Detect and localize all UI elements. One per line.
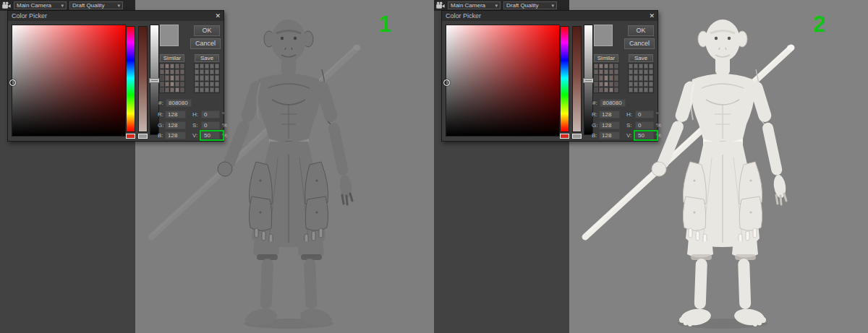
- hue-indicator[interactable]: [126, 134, 135, 139]
- color-swatch[interactable]: [215, 64, 219, 69]
- color-swatch[interactable]: [639, 69, 643, 74]
- v-field[interactable]: 50: [201, 131, 220, 139]
- color-swatch[interactable]: [634, 69, 638, 74]
- similar-button[interactable]: Similar: [160, 54, 184, 62]
- color-swatch[interactable]: [215, 82, 219, 87]
- color-swatch[interactable]: [165, 75, 169, 80]
- sv-cursor[interactable]: [9, 79, 16, 86]
- color-swatch[interactable]: [614, 69, 618, 74]
- color-swatch[interactable]: [170, 64, 174, 69]
- color-swatch[interactable]: [175, 64, 179, 69]
- color-swatch[interactable]: [175, 69, 179, 74]
- color-swatch[interactable]: [629, 75, 633, 80]
- close-icon[interactable]: ✕: [649, 11, 655, 21]
- color-swatch[interactable]: [609, 87, 613, 92]
- color-swatch[interactable]: [604, 64, 608, 69]
- color-swatch[interactable]: [594, 87, 598, 92]
- color-swatch[interactable]: [599, 87, 603, 92]
- color-swatch[interactable]: [215, 69, 219, 74]
- color-swatch[interactable]: [170, 82, 174, 87]
- hex-field[interactable]: 808080: [600, 99, 626, 107]
- color-swatch[interactable]: [205, 82, 209, 87]
- saturation-value-picker[interactable]: [12, 25, 126, 137]
- color-swatch[interactable]: [170, 75, 174, 80]
- color-swatch[interactable]: [195, 75, 199, 80]
- color-swatch[interactable]: [629, 82, 633, 87]
- h-field[interactable]: 0: [635, 111, 654, 118]
- color-swatch[interactable]: [614, 64, 618, 69]
- hue-strip[interactable]: [126, 26, 135, 132]
- save-button[interactable]: Save: [629, 54, 653, 62]
- color-swatch[interactable]: [644, 87, 648, 92]
- b-field[interactable]: 128: [599, 131, 620, 139]
- color-swatch[interactable]: [175, 75, 179, 80]
- color-swatch[interactable]: [210, 69, 214, 74]
- color-swatch[interactable]: [195, 69, 199, 74]
- color-swatch[interactable]: [634, 87, 638, 92]
- ok-button[interactable]: OK: [194, 25, 220, 36]
- color-swatch[interactable]: [205, 64, 209, 69]
- color-swatch[interactable]: [165, 87, 169, 92]
- color-swatch[interactable]: [175, 82, 179, 87]
- color-swatch[interactable]: [165, 82, 169, 87]
- quality-select[interactable]: Draft Quality ▾: [69, 1, 123, 9]
- color-swatch[interactable]: [594, 82, 598, 87]
- h-field[interactable]: 0: [201, 111, 220, 118]
- b-field[interactable]: 128: [165, 131, 186, 139]
- color-swatch[interactable]: [160, 87, 164, 92]
- color-swatch[interactable]: [644, 69, 648, 74]
- color-swatch[interactable]: [599, 64, 603, 69]
- r-field[interactable]: 128: [599, 111, 620, 118]
- value-handle[interactable]: [149, 78, 160, 83]
- color-swatch[interactable]: [160, 82, 164, 87]
- color-swatch[interactable]: [215, 75, 219, 80]
- color-swatch[interactable]: [215, 87, 219, 92]
- color-swatch[interactable]: [210, 75, 214, 80]
- color-swatch[interactable]: [195, 87, 199, 92]
- color-swatch[interactable]: [629, 69, 633, 74]
- color-swatch[interactable]: [614, 82, 618, 87]
- color-swatch[interactable]: [639, 75, 643, 80]
- color-swatch[interactable]: [604, 87, 608, 92]
- color-swatch[interactable]: [160, 64, 164, 69]
- ok-button[interactable]: OK: [628, 25, 654, 36]
- color-swatch[interactable]: [644, 82, 648, 87]
- color-swatch[interactable]: [210, 87, 214, 92]
- color-swatch[interactable]: [644, 75, 648, 80]
- cancel-button[interactable]: Cancel: [624, 38, 655, 49]
- shade-strip[interactable]: [138, 26, 148, 132]
- saturation-value-picker[interactable]: [446, 25, 560, 137]
- color-swatch[interactable]: [604, 75, 608, 80]
- color-swatch[interactable]: [175, 87, 179, 92]
- color-swatch[interactable]: [594, 75, 598, 80]
- camera-select[interactable]: Main Camera ▾: [448, 1, 501, 9]
- color-swatch[interactable]: [180, 75, 184, 80]
- color-swatch[interactable]: [210, 64, 214, 69]
- color-swatch[interactable]: [165, 69, 169, 74]
- color-swatch[interactable]: [614, 87, 618, 92]
- g-field[interactable]: 128: [165, 121, 186, 129]
- color-swatch[interactable]: [195, 64, 199, 69]
- color-swatch[interactable]: [609, 82, 613, 87]
- s-field[interactable]: 0: [635, 121, 654, 129]
- color-swatch[interactable]: [195, 82, 199, 87]
- color-swatch[interactable]: [180, 82, 184, 87]
- color-swatch[interactable]: [649, 82, 653, 87]
- value-handle[interactable]: [583, 78, 594, 83]
- shade-indicator[interactable]: [138, 134, 148, 139]
- color-swatch[interactable]: [200, 82, 204, 87]
- cancel-button[interactable]: Cancel: [190, 38, 221, 49]
- save-button[interactable]: Save: [195, 54, 219, 62]
- hue-strip[interactable]: [560, 26, 569, 132]
- color-swatch[interactable]: [205, 69, 209, 74]
- color-swatch[interactable]: [639, 82, 643, 87]
- color-swatch[interactable]: [644, 64, 648, 69]
- color-swatch[interactable]: [200, 64, 204, 69]
- hex-field[interactable]: 808080: [166, 99, 192, 107]
- color-swatch[interactable]: [614, 75, 618, 80]
- color-swatch[interactable]: [649, 64, 653, 69]
- color-swatch[interactable]: [649, 87, 653, 92]
- color-swatch[interactable]: [634, 64, 638, 69]
- color-swatch[interactable]: [165, 64, 169, 69]
- color-swatch[interactable]: [639, 64, 643, 69]
